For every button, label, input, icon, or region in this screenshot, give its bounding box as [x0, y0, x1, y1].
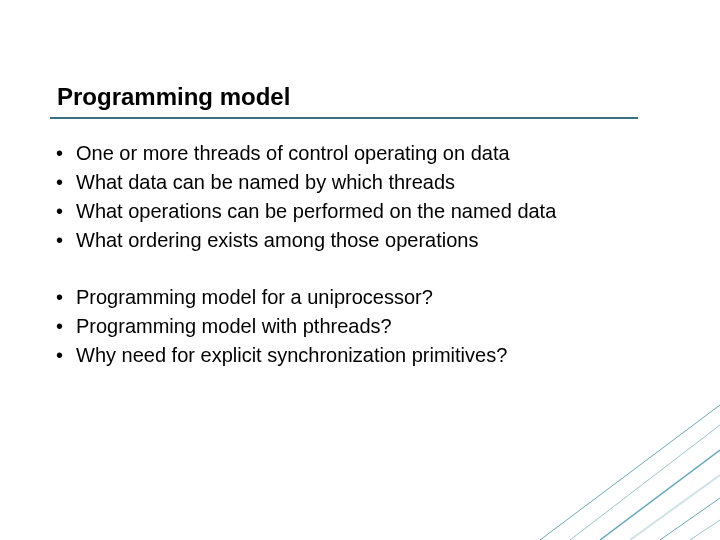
list-item: What data can be named by which threads — [50, 169, 650, 196]
list-item: What operations can be performed on the … — [50, 198, 650, 225]
slide: Programming model One or more threads of… — [0, 0, 720, 540]
list-item: Why need for explicit synchronization pr… — [50, 342, 650, 369]
slide-body: One or more threads of control operating… — [50, 140, 650, 371]
svg-line-1 — [570, 425, 720, 540]
svg-line-5 — [690, 520, 720, 540]
bullet-group-2: Programming model for a uniprocessor? Pr… — [50, 284, 650, 369]
list-item: Programming model with pthreads? — [50, 313, 650, 340]
title-rule — [50, 117, 638, 119]
svg-line-2 — [600, 450, 720, 540]
svg-line-3 — [630, 475, 720, 540]
spacer — [50, 256, 650, 284]
bullet-group-1: One or more threads of control operating… — [50, 140, 650, 254]
svg-line-4 — [660, 498, 720, 540]
svg-line-0 — [540, 405, 720, 540]
corner-decoration — [500, 380, 720, 540]
list-item: One or more threads of control operating… — [50, 140, 650, 167]
list-item: Programming model for a uniprocessor? — [50, 284, 650, 311]
slide-title: Programming model — [57, 83, 290, 111]
list-item: What ordering exists among those operati… — [50, 227, 650, 254]
